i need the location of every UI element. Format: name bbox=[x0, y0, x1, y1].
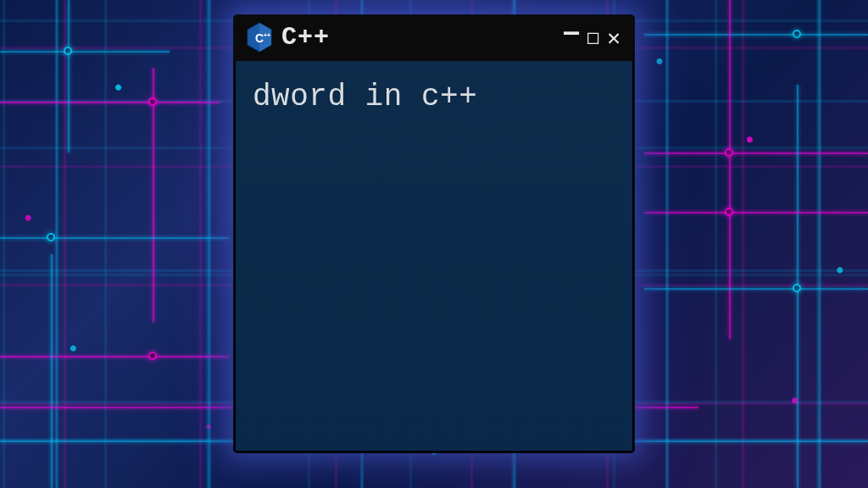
terminal-body[interactable]: dword in c++ bbox=[234, 61, 634, 452]
minimize-button[interactable]: — bbox=[562, 18, 581, 47]
cpp-icon: C + + bbox=[246, 22, 273, 53]
close-button[interactable]: ✕ bbox=[605, 25, 622, 50]
svg-text:+: + bbox=[267, 32, 270, 38]
titlebar[interactable]: C + + C++ — □ ✕ bbox=[234, 15, 634, 61]
maximize-button[interactable]: □ bbox=[586, 26, 600, 48]
window-controls: — □ ✕ bbox=[562, 23, 622, 52]
window-title: C++ bbox=[281, 23, 554, 52]
terminal-window: C + + C++ — □ ✕ dword in c++ bbox=[234, 15, 634, 452]
terminal-content: dword in c++ bbox=[253, 80, 615, 114]
svg-text:C: C bbox=[255, 31, 264, 45]
